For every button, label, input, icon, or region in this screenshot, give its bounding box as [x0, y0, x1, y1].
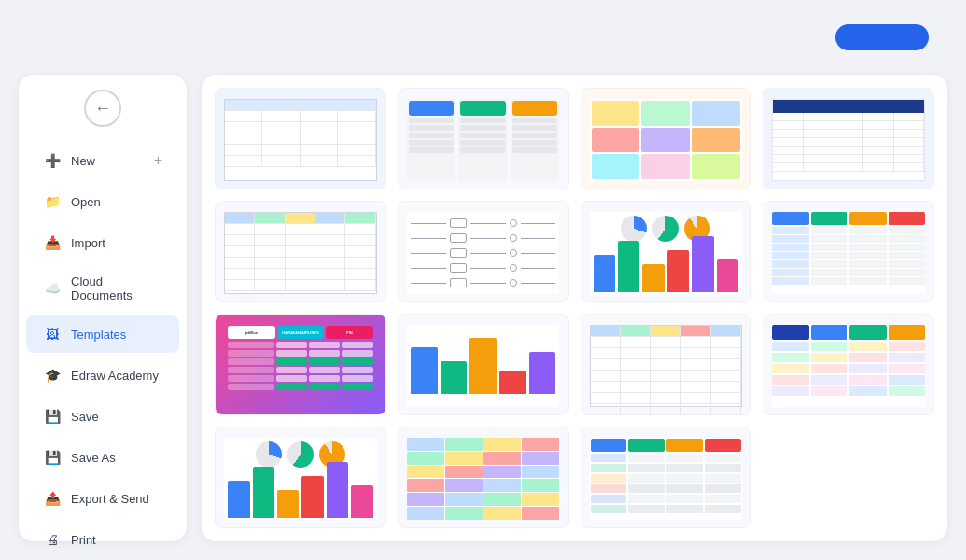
template-card[interactable]: Marketing Comparison Table Template♡ 69💬… [581, 314, 752, 415]
template-card[interactable]: Pricing Comparison Table Example♡ 51💬 3👁… [398, 88, 569, 189]
main-layout: ← ➕ New + 📁 Open 📥 Import ☁️ Cloud Docum… [0, 75, 966, 560]
card-thumbnail [399, 427, 568, 528]
template-card[interactable]: Comparison Table Bar Chart [398, 314, 569, 415]
print-icon: 🖨 [43, 530, 62, 549]
template-card[interactable]: Comparison Infograph... [581, 427, 752, 528]
import-icon: 📥 [43, 233, 62, 252]
sidebar-item-templates[interactable]: 🖼 Templates [26, 315, 179, 353]
sidebar-back: ← [19, 90, 187, 127]
save-icon: 💾 [43, 407, 62, 426]
sidebar-item-print[interactable]: 🖨 Print [26, 521, 179, 558]
card-thumbnail [216, 202, 385, 302]
card-thumbnail [581, 202, 751, 302]
sidebar-item-label: Templates [71, 328, 162, 342]
open-icon: 📁 [43, 192, 62, 211]
card-thumbnail [216, 89, 385, 189]
sidebar-item-label: Open [71, 195, 162, 209]
academy-icon: 🎓 [43, 366, 62, 385]
templates-icon: 🖼 [43, 325, 62, 343]
card-thumbnail [763, 89, 933, 189]
template-grid: Classroom layout 5 Table♡ 134💬 3👁 47Summ… [202, 75, 947, 541]
header [0, 0, 966, 75]
template-card[interactable]: Annual Work Plan Features Table♡ 166💬 2👁… [763, 88, 934, 189]
sidebar: ← ➕ New + 📁 Open 📥 Import ☁️ Cloud Docum… [19, 75, 187, 541]
sidebar-item-label: Edraw Academy [71, 369, 162, 383]
sidebar-item-label: Save As [71, 451, 162, 465]
new-plus-icon[interactable]: + [154, 152, 162, 169]
card-thumbnail [399, 202, 568, 302]
template-card[interactable]: jetBlueHAWAIIAN AIRLINESPINCompAir Compa… [215, 314, 386, 415]
card-thumbnail [581, 89, 751, 189]
sidebar-item-label: Print [71, 533, 162, 547]
sidebar-item-label: New [71, 154, 145, 168]
sidebar-item-label: Cloud Documents [71, 274, 162, 302]
back-button[interactable]: ← [84, 90, 121, 127]
sidebar-item-open[interactable]: 📁 Open [26, 183, 179, 220]
new-icon: ➕ [43, 151, 62, 170]
card-thumbnail [763, 315, 933, 415]
sidebar-item-cloud[interactable]: ☁️ Cloud Documents [26, 265, 179, 312]
template-card[interactable]: Marketing Comparison Table for Social Me… [215, 201, 386, 302]
card-thumbnail [581, 427, 751, 528]
template-card[interactable]: Logic Gate Symbols and Truth Tables♡ 588… [398, 201, 569, 302]
card-thumbnail [216, 427, 385, 528]
template-content: Classroom layout 5 Table♡ 134💬 3👁 47Summ… [202, 75, 947, 541]
sidebar-item-saveas[interactable]: 💾 Save As [26, 439, 179, 476]
template-card[interactable]: Comparison Table Design UI Examples [398, 427, 569, 528]
card-thumbnail [581, 315, 751, 415]
card-thumbnail [399, 315, 568, 415]
sidebar-item-academy[interactable]: 🎓 Edraw Academy [26, 357, 179, 394]
sidebar-item-label: Export & Send [71, 492, 162, 506]
sidebar-item-label: Import [71, 236, 162, 250]
export-icon: 📤 [43, 489, 62, 508]
template-card[interactable]: Frequency Table Likert Scale Online Exam… [581, 201, 752, 302]
template-card[interactable]: Grid Table Matrix Diagram♡ 37💬 4👁 8Commu… [581, 88, 752, 189]
template-card[interactable]: Frequency Table Likert Sc... Examples♡ 1… [215, 427, 386, 528]
sidebar-item-export[interactable]: 📤 Export & Send [26, 480, 179, 517]
template-card[interactable]: Product Comparison Powerpoint Table♡ 53💬… [763, 314, 934, 415]
card-thumbnail [399, 89, 568, 189]
sidebar-item-save[interactable]: 💾 Save [26, 398, 179, 435]
template-card[interactable]: Business Plan Comparison♡ 106💬 3👁 33Cam.… [763, 201, 934, 302]
cloud-icon: ☁️ [43, 279, 62, 298]
card-thumbnail: jetBlueHAWAIIAN AIRLINESPIN [216, 315, 385, 415]
sidebar-item-import[interactable]: 📥 Import [26, 224, 179, 261]
search-button[interactable] [835, 24, 929, 50]
sidebar-item-new[interactable]: ➕ New + [26, 142, 179, 179]
card-thumbnail [763, 202, 933, 302]
sidebar-item-label: Save [71, 410, 162, 424]
saveas-icon: 💾 [43, 448, 62, 467]
template-card[interactable]: Classroom layout 5 Table♡ 134💬 3👁 47Summ… [215, 88, 386, 189]
